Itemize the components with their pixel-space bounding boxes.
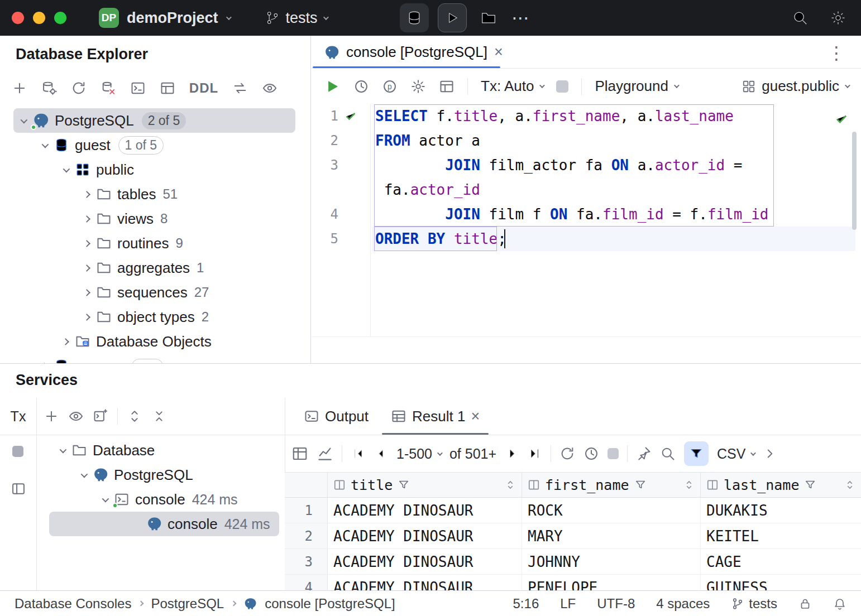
result-view-icon[interactable]	[439, 79, 455, 94]
tab-result-1[interactable]: Result 1 ×	[382, 398, 489, 435]
indent-widget[interactable]: 4 spaces	[656, 596, 710, 612]
database-tool-button[interactable]	[400, 3, 429, 32]
sort-arrows-icon[interactable]	[844, 479, 855, 490]
lock-icon[interactable]	[798, 597, 812, 610]
tree-item-views[interactable]: views 8	[13, 206, 295, 231]
run-query-button[interactable]	[324, 78, 341, 95]
tree-item-object-types[interactable]: object types 2	[13, 305, 295, 329]
table-row[interactable]: 2 ACADEMY DINOSAUR MARY KEITEL	[285, 523, 861, 549]
settings-gear-icon[interactable]	[830, 9, 846, 26]
cell-first-name[interactable]: MARY	[522, 523, 701, 548]
tx-toggle[interactable]: Tx	[0, 398, 36, 435]
breadcrumb-item[interactable]: Database Consoles	[15, 596, 131, 612]
run-widget-button[interactable]	[438, 3, 467, 32]
table-row[interactable]: 3 ACADEMY DINOSAUR JOHNNY CAGE	[285, 549, 861, 575]
cell-title[interactable]: ACADEMY DINOSAUR	[328, 498, 522, 523]
compare-button[interactable]	[228, 76, 252, 100]
caret-position-widget[interactable]: 5:16	[513, 596, 539, 612]
filter-toggle-active[interactable]	[684, 441, 709, 466]
notifications-bell-icon[interactable]	[833, 597, 846, 610]
add-data-source-button[interactable]	[8, 76, 31, 100]
column-header-last-name[interactable]: last_name	[701, 473, 861, 497]
branch-widget[interactable]: tests	[731, 596, 777, 612]
more-toolbar-chevron-icon[interactable]	[763, 446, 777, 461]
ddl-button[interactable]: DDL	[185, 76, 222, 100]
minimize-window-button[interactable]	[33, 12, 45, 24]
stop-icon[interactable]	[556, 80, 568, 93]
settings-gear-icon[interactable]	[410, 79, 426, 94]
playground-dropdown[interactable]: Playground	[595, 78, 678, 95]
stop-icon[interactable]	[12, 446, 23, 457]
filter-funnel-icon[interactable]	[398, 479, 410, 491]
export-format-dropdown[interactable]: CSV	[717, 446, 754, 462]
grid-view-icon[interactable]	[291, 445, 308, 462]
services-item-console[interactable]: console 424 ms	[49, 487, 279, 512]
tx-mode-dropdown[interactable]: Tx: Auto	[481, 78, 543, 95]
project-selector[interactable]: demoProject	[127, 9, 230, 27]
refresh-button[interactable]	[67, 76, 90, 100]
sort-arrows-icon[interactable]	[683, 479, 695, 490]
reload-icon[interactable]	[559, 446, 575, 461]
table-row[interactable]: 4 ACADEMY DINOSAUR PENELOPE GUINESS	[285, 575, 861, 590]
vcs-branch-selector[interactable]: tests	[265, 9, 327, 27]
editor-line[interactable]: 3 JOIN film_actor fa ON a.actor_id =	[312, 153, 861, 177]
tree-item-guest[interactable]: guest 1 of 5	[13, 133, 295, 157]
editor-line[interactable]: 2 FROM actor a	[312, 128, 861, 153]
next-page-icon[interactable]	[505, 446, 519, 461]
eye-icon[interactable]	[68, 408, 84, 424]
cell-title[interactable]: ACADEMY DINOSAUR	[328, 575, 522, 590]
schema-switcher-dropdown[interactable]: guest.public	[742, 78, 849, 95]
tree-item-postgresql[interactable]: PostgreSQL 2 of 5	[13, 108, 295, 133]
pin-tab-icon[interactable]	[636, 446, 652, 461]
history-clock-icon[interactable]	[353, 79, 369, 94]
cell-first-name[interactable]: JOHNNY	[522, 549, 701, 574]
tab-console-postgresql[interactable]: console [PostgreSQL] ×	[313, 36, 514, 69]
data-source-properties-button[interactable]	[37, 76, 61, 100]
cell-first-name[interactable]: ROCK	[522, 498, 701, 523]
tab-output[interactable]: Output	[295, 398, 377, 435]
collapse-all-icon[interactable]	[151, 408, 167, 424]
filter-funnel-icon[interactable]	[634, 479, 647, 491]
editor-line[interactable]: 1 SELECT f.title, a.first_name, a.last_n…	[312, 104, 861, 128]
encoding-widget[interactable]: UTF-8	[597, 596, 635, 612]
breadcrumb-item[interactable]: PostgreSQL	[151, 596, 224, 612]
first-page-icon[interactable]	[351, 446, 365, 461]
open-table-button[interactable]	[156, 76, 179, 100]
cell-last-name[interactable]: KEITEL	[701, 523, 861, 548]
chart-view-icon[interactable]	[317, 445, 333, 462]
breadcrumb-item[interactable]: console [PostgreSQL]	[265, 596, 395, 612]
close-icon[interactable]: ×	[471, 409, 480, 424]
more-actions-icon[interactable]: ⋯	[511, 7, 529, 28]
tree-item-tables[interactable]: tables 51	[13, 182, 295, 206]
cell-last-name[interactable]: DUKAKIS	[701, 498, 861, 523]
disconnect-button[interactable]	[97, 76, 120, 100]
services-item-database[interactable]: Database	[49, 438, 279, 463]
close-window-button[interactable]	[12, 12, 24, 24]
line-separator-widget[interactable]: LF	[560, 596, 576, 612]
editor-line[interactable]: 5 ORDER BY title;	[312, 227, 861, 251]
tree-item-public[interactable]: public	[13, 157, 295, 182]
tree-item-database-objects[interactable]: Database Objects	[13, 329, 295, 354]
search-icon[interactable]	[792, 9, 809, 26]
services-item-postgresql[interactable]: PostgreSQL	[49, 463, 279, 487]
jump-to-console-button[interactable]	[126, 76, 150, 100]
column-header-first-name[interactable]: first_name	[522, 473, 701, 497]
zoom-window-button[interactable]	[54, 12, 66, 24]
table-row[interactable]: 1 ACADEMY DINOSAUR ROCK DUKAKIS	[285, 498, 861, 523]
column-header-title[interactable]: title	[328, 473, 522, 497]
cell-title[interactable]: ACADEMY DINOSAUR	[328, 549, 522, 574]
parameters-icon[interactable]: p	[382, 79, 398, 94]
previous-page-icon[interactable]	[374, 446, 388, 461]
preview-button[interactable]	[258, 76, 281, 100]
filter-funnel-icon[interactable]	[804, 479, 816, 491]
plus-icon[interactable]	[44, 408, 59, 424]
stop-icon[interactable]	[608, 448, 619, 459]
services-item-console-result[interactable]: console 424 ms	[49, 512, 279, 536]
tree-item-sequences[interactable]: sequences 27	[13, 280, 295, 305]
editor-line[interactable]: 4 JOIN film f ON fa.film_id = f.film_id	[312, 202, 861, 227]
page-range-dropdown[interactable]: 1-500	[396, 446, 441, 462]
last-page-icon[interactable]	[528, 446, 542, 461]
sort-arrows-icon[interactable]	[505, 479, 516, 490]
tree-item-partial[interactable]	[13, 354, 295, 363]
auto-refresh-clock-icon[interactable]	[583, 446, 599, 461]
